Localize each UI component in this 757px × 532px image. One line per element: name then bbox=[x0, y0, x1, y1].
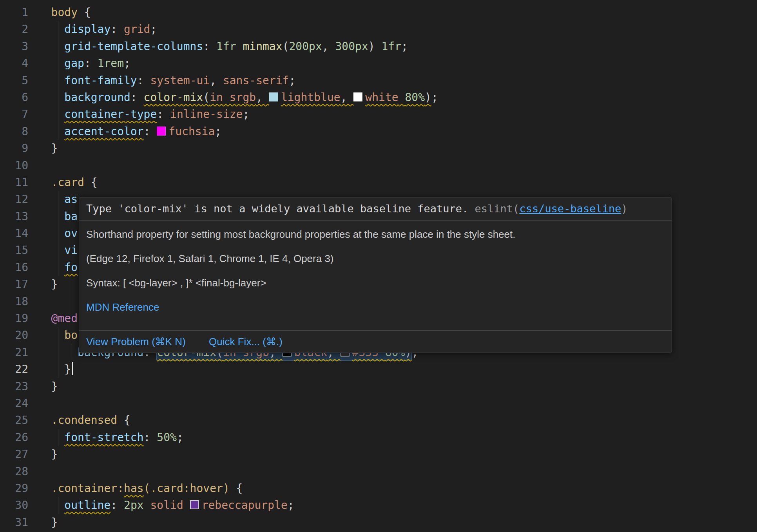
line-content[interactable]: outline: 2px solid rebeccapurple; bbox=[51, 497, 757, 514]
code-line-4[interactable]: 4gap: 1rem; bbox=[0, 55, 757, 72]
line-number[interactable]: 1 bbox=[0, 4, 39, 21]
code-line-11[interactable]: 11.card { bbox=[0, 174, 757, 191]
code-token: , bbox=[210, 74, 223, 87]
line-number[interactable]: 30 bbox=[0, 497, 39, 514]
code-token: inline-size bbox=[170, 108, 243, 121]
line-content[interactable]: } bbox=[51, 514, 757, 531]
indent-guide bbox=[58, 106, 58, 123]
code-token: lightblue bbox=[281, 91, 340, 104]
code-line-8[interactable]: 8accent-color: fuchsia; bbox=[0, 123, 757, 140]
code-token: 80% bbox=[405, 91, 425, 104]
line-number[interactable]: 18 bbox=[0, 293, 39, 310]
code-line-28[interactable]: 28 bbox=[0, 463, 757, 480]
line-number[interactable]: 26 bbox=[0, 429, 39, 446]
line-content[interactable]: .card { bbox=[51, 174, 757, 191]
line-number[interactable]: 21 bbox=[0, 344, 39, 361]
line-content[interactable]: display: grid; bbox=[51, 21, 757, 38]
code-line-26[interactable]: 26font-stretch: 50%; bbox=[0, 429, 757, 446]
line-number[interactable]: 8 bbox=[0, 123, 39, 140]
code-token: ; bbox=[431, 91, 438, 104]
quick-fix-link[interactable]: Quick Fix... (⌘.) bbox=[209, 336, 283, 347]
text-cursor bbox=[72, 362, 73, 375]
line-number[interactable]: 22 bbox=[0, 361, 39, 378]
code-line-3[interactable]: 3grid-template-columns: 1fr minmax(200px… bbox=[0, 38, 757, 55]
line-content[interactable]: } bbox=[51, 446, 757, 463]
line-number[interactable]: 27 bbox=[0, 446, 39, 463]
line-number[interactable]: 25 bbox=[0, 412, 39, 429]
line-number[interactable]: 5 bbox=[0, 72, 39, 89]
code-line-1[interactable]: 1body { bbox=[0, 4, 757, 21]
code-token: ; bbox=[124, 57, 130, 70]
code-token: white bbox=[365, 91, 398, 104]
code-token: ; bbox=[243, 108, 249, 121]
line-content[interactable]: .condensed { bbox=[51, 412, 757, 429]
line-number[interactable]: 4 bbox=[0, 55, 39, 72]
view-problem-link[interactable]: View Problem (⌘K N) bbox=[86, 336, 186, 347]
line-content[interactable]: accent-color: fuchsia; bbox=[51, 123, 757, 140]
line-content[interactable] bbox=[51, 157, 757, 174]
line-number[interactable]: 12 bbox=[0, 191, 39, 208]
code-token: in srgb bbox=[210, 91, 256, 104]
code-token bbox=[398, 91, 405, 104]
line-content[interactable]: .container:has(.card:hover) { bbox=[51, 480, 757, 497]
line-number[interactable]: 24 bbox=[0, 395, 39, 412]
line-number[interactable]: 28 bbox=[0, 463, 39, 480]
code-line-24[interactable]: 24 bbox=[0, 395, 757, 412]
line-content[interactable]: body { bbox=[51, 4, 757, 21]
line-number[interactable]: 11 bbox=[0, 174, 39, 191]
line-number[interactable]: 3 bbox=[0, 38, 39, 55]
code-line-29[interactable]: 29.container:has(.card:hover) { bbox=[0, 480, 757, 497]
line-number[interactable]: 17 bbox=[0, 276, 39, 293]
code-line-10[interactable]: 10 bbox=[0, 157, 757, 174]
line-content[interactable]: container-type: inline-size; bbox=[51, 106, 757, 123]
line-number[interactable]: 16 bbox=[0, 259, 39, 276]
line-number[interactable]: 29 bbox=[0, 480, 39, 497]
line-content[interactable]: background: color-mix(in srgb, lightblue… bbox=[51, 89, 757, 106]
indent-guide bbox=[58, 208, 58, 225]
indent-guide bbox=[58, 123, 58, 140]
code-line-31[interactable]: 31} bbox=[0, 514, 757, 531]
line-number[interactable]: 10 bbox=[0, 157, 39, 174]
code-line-23[interactable]: 23} bbox=[0, 378, 757, 395]
line-content[interactable]: gap: 1rem; bbox=[51, 55, 757, 72]
line-number[interactable]: 2 bbox=[0, 21, 39, 38]
code-token: } bbox=[51, 448, 58, 461]
line-content[interactable]: font-family: system-ui, sans-serif; bbox=[51, 72, 757, 89]
line-content[interactable]: } bbox=[51, 378, 757, 395]
line-number[interactable]: 23 bbox=[0, 378, 39, 395]
code-token: outline bbox=[64, 499, 110, 512]
code-token: } bbox=[51, 380, 58, 393]
code-line-7[interactable]: 7container-type: inline-size; bbox=[0, 106, 757, 123]
line-content[interactable] bbox=[51, 463, 757, 480]
color-swatch bbox=[269, 92, 278, 101]
line-number[interactable]: 13 bbox=[0, 208, 39, 225]
line-content[interactable]: } bbox=[51, 140, 757, 157]
line-number[interactable]: 14 bbox=[0, 225, 39, 242]
line-content[interactable]: grid-template-columns: 1fr minmax(200px,… bbox=[51, 38, 757, 55]
code-token bbox=[144, 499, 150, 512]
line-number[interactable]: 20 bbox=[0, 327, 39, 344]
eslint-rule-link[interactable]: css/use-baseline bbox=[519, 203, 621, 215]
line-number[interactable]: 15 bbox=[0, 242, 39, 259]
code-line-5[interactable]: 5font-family: system-ui, sans-serif; bbox=[0, 72, 757, 89]
line-number[interactable]: 6 bbox=[0, 89, 39, 106]
line-content[interactable]: font-stretch: 50%; bbox=[51, 429, 757, 446]
code-line-27[interactable]: 27} bbox=[0, 446, 757, 463]
mdn-reference-link[interactable]: MDN Reference bbox=[86, 301, 159, 313]
code-token: grid bbox=[124, 23, 150, 36]
line-number[interactable]: 19 bbox=[0, 310, 39, 327]
code-line-25[interactable]: 25.condensed { bbox=[0, 412, 757, 429]
line-content[interactable] bbox=[51, 395, 757, 412]
code-token: minmax bbox=[243, 40, 282, 53]
code-line-30[interactable]: 30outline: 2px solid rebeccapurple; bbox=[0, 497, 757, 514]
code-line-22[interactable]: 22} bbox=[0, 361, 757, 378]
code-line-6[interactable]: 6background: color-mix(in srgb, lightblu… bbox=[0, 89, 757, 106]
line-content[interactable]: } bbox=[51, 361, 757, 378]
line-number[interactable]: 7 bbox=[0, 106, 39, 123]
code-token: accent-color bbox=[64, 125, 143, 138]
code-line-9[interactable]: 9} bbox=[0, 140, 757, 157]
code-line-2[interactable]: 2display: grid; bbox=[0, 21, 757, 38]
line-number[interactable]: 31 bbox=[0, 514, 39, 531]
line-number[interactable]: 9 bbox=[0, 140, 39, 157]
code-token: : bbox=[84, 57, 98, 70]
